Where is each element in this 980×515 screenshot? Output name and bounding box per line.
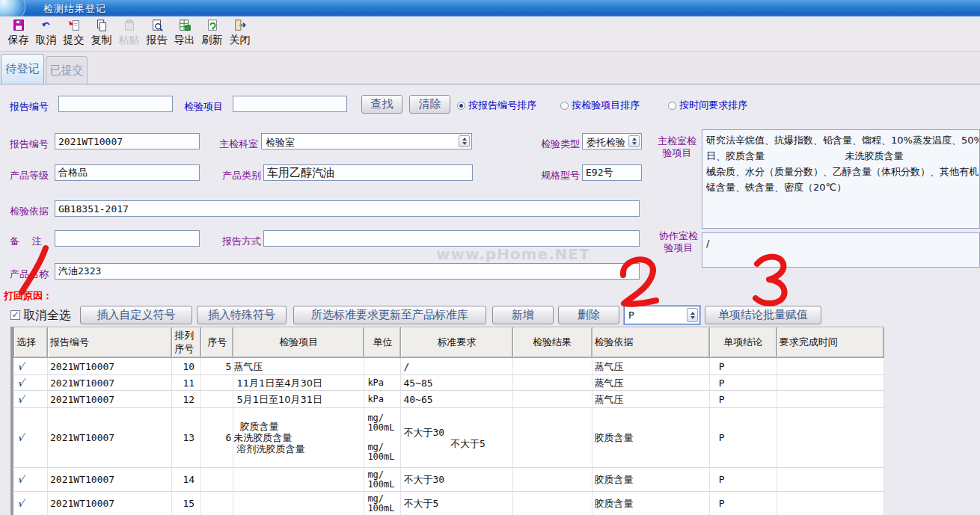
submit-button[interactable]: 提交	[60, 19, 88, 50]
cell-due[interactable]	[777, 492, 883, 515]
cell-standard[interactable]: 不大于30	[401, 468, 512, 492]
copy-button[interactable]: 复制	[88, 19, 115, 50]
cell-report-no[interactable]: 2021WT10007	[48, 375, 172, 391]
report-button[interactable]: 报告	[143, 19, 171, 50]
cell-conclusion[interactable]: P	[709, 391, 777, 408]
cell-conclusion[interactable]: P	[709, 468, 777, 492]
uncheck-all-checkbox[interactable]	[10, 310, 20, 320]
cell-due[interactable]	[777, 468, 883, 492]
cell-seq[interactable]	[201, 468, 233, 492]
insert-custom-symbol-button[interactable]: 插入自定义符号	[80, 306, 192, 324]
cell-result[interactable]	[512, 358, 592, 375]
cell-standard[interactable]: 40~65	[401, 391, 512, 408]
product-category-input[interactable]	[263, 164, 473, 181]
cell-due[interactable]	[777, 375, 883, 391]
cell-standard[interactable]: /	[401, 358, 512, 375]
cell-item[interactable]: 蒸气压	[233, 358, 364, 375]
remark-input[interactable]	[55, 230, 200, 247]
conclusion-combo[interactable]: P	[624, 306, 700, 324]
cell-select[interactable]: √	[14, 468, 48, 492]
report-no-input[interactable]	[55, 133, 200, 149]
cell-item[interactable]: 5月1日至10月31日	[233, 391, 364, 408]
spinner-icon[interactable]	[459, 135, 470, 147]
sort-by-item-radio[interactable]: 按检验项目排序	[560, 99, 640, 112]
cell-basis[interactable]: 胶质含量	[592, 408, 709, 468]
sort-by-report-radio[interactable]: 按报告编号排序	[457, 99, 536, 112]
cell-report-no[interactable]: 2021WT10007	[48, 358, 172, 375]
cell-standard[interactable]: 45~85	[401, 375, 512, 391]
find-button[interactable]: 查找	[361, 95, 402, 114]
cell-sort-no[interactable]: 11	[172, 375, 201, 391]
cell-unit[interactable]: mg/ 100mL	[364, 492, 401, 515]
main-items-panel[interactable]: 研究法辛烷值、抗爆指数、铅含量、馏程、10%蒸发温度、50%蒸 日、胶质含量 未…	[702, 129, 980, 229]
main-dept-combo[interactable]: 检验室	[261, 133, 472, 149]
tab-pending[interactable]: 待登记	[1, 54, 44, 84]
cell-select[interactable]: √	[14, 358, 48, 375]
cell-unit[interactable]: kPa	[364, 391, 401, 408]
cell-result[interactable]	[512, 492, 592, 515]
product-grade-input[interactable]	[55, 164, 200, 181]
cell-due[interactable]	[777, 391, 883, 408]
cell-sort-no[interactable]: 10	[172, 358, 201, 375]
cell-seq[interactable]: 5	[201, 358, 233, 375]
cell-sort-no[interactable]: 12	[172, 391, 201, 408]
cell-result[interactable]	[512, 468, 592, 492]
spinner-icon[interactable]	[628, 135, 640, 147]
cell-standard[interactable]: 不大于30 不大于5	[401, 408, 512, 468]
tab-submitted[interactable]: 已提交	[46, 56, 88, 84]
cell-report-no[interactable]: 2021WT10007	[48, 408, 172, 468]
cell-item[interactable]: 胶质含量 未洗胶质含量 溶剂洗胶质含量	[233, 408, 364, 468]
add-button[interactable]: 新增	[492, 306, 554, 324]
cell-seq[interactable]	[201, 391, 233, 408]
close-button[interactable]: 关闭	[226, 19, 254, 50]
cell-item[interactable]	[233, 468, 364, 492]
cell-result[interactable]	[512, 408, 592, 468]
cell-unit[interactable]	[364, 358, 401, 375]
cell-standard[interactable]: 不大于5	[401, 492, 512, 515]
cell-basis[interactable]: 胶质含量	[592, 492, 709, 515]
product-name-input[interactable]	[55, 263, 640, 280]
cell-report-no[interactable]: 2021WT10007	[48, 468, 172, 492]
cancel-button[interactable]: 取消	[32, 19, 60, 50]
sort-by-time-radio[interactable]: 按时间要求排序	[668, 99, 747, 112]
cell-report-no[interactable]: 2021WT10007	[48, 492, 172, 515]
cell-unit[interactable]: kPa	[364, 375, 401, 391]
cell-report-no[interactable]: 2021WT10007	[48, 391, 172, 408]
insert-special-symbol-button[interactable]: 插入特殊符号	[197, 306, 287, 324]
batch-assign-button[interactable]: 单项结论批量赋值	[705, 306, 821, 324]
save-button[interactable]: 保存	[4, 19, 32, 50]
cell-conclusion[interactable]: P	[709, 358, 777, 375]
cell-basis[interactable]: 蒸气压	[592, 391, 709, 408]
cell-sort-no[interactable]: 15	[172, 492, 201, 515]
export-button[interactable]: 导出	[171, 19, 198, 50]
test-basis-input[interactable]	[55, 200, 640, 217]
cell-seq[interactable]	[201, 375, 233, 391]
cell-select[interactable]: √	[14, 375, 48, 391]
cell-result[interactable]	[512, 391, 592, 408]
cell-sort-no[interactable]: 13	[172, 408, 201, 468]
cell-item[interactable]: 11月1日至4月30日	[233, 375, 364, 391]
coop-items-panel[interactable]: /	[702, 232, 980, 268]
report-method-input[interactable]	[263, 230, 640, 247]
cell-select[interactable]: √	[14, 391, 48, 408]
delete-button[interactable]: 删除	[558, 306, 619, 324]
cell-conclusion[interactable]: P	[709, 408, 777, 468]
cell-select[interactable]: √	[14, 408, 48, 468]
cell-conclusion[interactable]: P	[709, 375, 777, 391]
cell-basis[interactable]: 胶质含量	[592, 468, 709, 492]
paste-button[interactable]: 粘贴	[115, 19, 143, 50]
cell-due[interactable]	[777, 408, 883, 468]
cell-seq[interactable]: 6	[201, 408, 233, 468]
update-standard-button[interactable]: 所选标准要求更新至产品标准库	[293, 306, 486, 324]
search-report-no-input[interactable]	[58, 96, 173, 112]
search-item-input[interactable]	[233, 96, 347, 112]
test-type-combo[interactable]: 委托检验	[582, 133, 642, 149]
refresh-button[interactable]: 刷新	[198, 19, 226, 50]
cell-select[interactable]: √	[14, 492, 48, 515]
cell-result[interactable]	[512, 375, 592, 391]
spec-model-input[interactable]	[582, 164, 642, 181]
cell-sort-no[interactable]: 14	[172, 468, 201, 492]
cell-unit[interactable]: mg/ 100mL mg/ 100mL	[364, 408, 401, 468]
cell-due[interactable]	[777, 358, 883, 375]
cell-basis[interactable]: 蒸气压	[592, 375, 709, 391]
